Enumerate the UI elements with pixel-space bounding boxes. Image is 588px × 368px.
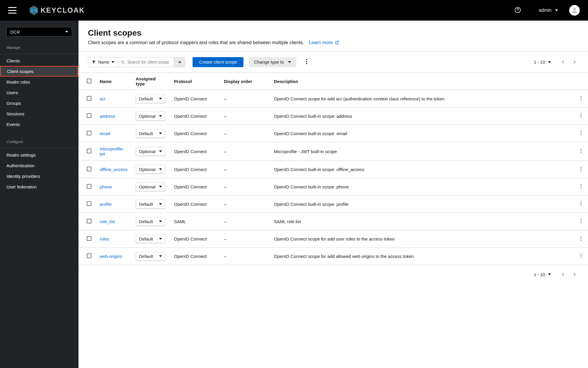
sidebar-item-users[interactable]: Users bbox=[0, 87, 78, 98]
assigned-type-select[interactable]: Default bbox=[136, 252, 165, 261]
chevron-right-icon bbox=[573, 272, 576, 276]
svg-point-7 bbox=[306, 59, 307, 60]
scope-name-link[interactable]: email bbox=[100, 131, 110, 136]
assigned-type-value: Optional bbox=[139, 167, 156, 172]
col-header-type[interactable]: Assigned type bbox=[132, 73, 170, 90]
protocol-value: OpenID Connect bbox=[174, 96, 207, 101]
row-checkbox[interactable] bbox=[87, 131, 91, 135]
svg-point-29 bbox=[580, 203, 581, 204]
assigned-type-select[interactable]: Default bbox=[136, 129, 165, 138]
sidebar-item-realm-roles[interactable]: Realm roles bbox=[0, 77, 78, 87]
pager-prev[interactable] bbox=[559, 58, 567, 66]
row-kebab[interactable] bbox=[574, 230, 588, 248]
col-header-protocol[interactable]: Protocol bbox=[170, 73, 220, 90]
assigned-type-select[interactable]: Default bbox=[136, 234, 165, 243]
row-checkbox[interactable] bbox=[87, 201, 91, 206]
assigned-type-select[interactable]: Default bbox=[136, 200, 165, 208]
sidebar-item-events[interactable]: Events bbox=[0, 119, 78, 130]
sidebar-item-realm-settings[interactable]: Realm settings bbox=[0, 150, 78, 160]
search-input[interactable] bbox=[127, 60, 171, 64]
assigned-type-select[interactable]: Default bbox=[136, 94, 165, 103]
toolbar: Name Create client scope Change type to … bbox=[78, 52, 588, 72]
brand-logo[interactable]: KEYCLOAK bbox=[28, 5, 85, 16]
assigned-type-select[interactable]: Optional bbox=[136, 182, 165, 191]
scope-name-link[interactable]: roles bbox=[100, 236, 109, 241]
chevron-right-icon bbox=[573, 60, 576, 64]
filter-attribute-select[interactable]: Name bbox=[88, 57, 118, 67]
row-checkbox[interactable] bbox=[87, 96, 91, 101]
row-kebab[interactable] bbox=[574, 142, 588, 161]
svg-point-32 bbox=[580, 221, 581, 221]
pager-next[interactable] bbox=[570, 270, 579, 279]
chevron-down-icon[interactable] bbox=[548, 61, 551, 63]
assigned-type-select[interactable]: Optional bbox=[136, 112, 165, 120]
sidebar-item-sessions[interactable]: Sessions bbox=[0, 108, 78, 119]
pager-prev[interactable] bbox=[559, 270, 567, 279]
scope-name-link[interactable]: web-origins bbox=[100, 254, 122, 259]
row-kebab[interactable] bbox=[574, 248, 588, 265]
display-order-value: – bbox=[224, 114, 226, 119]
row-checkbox[interactable] bbox=[87, 149, 91, 153]
chevron-down-icon bbox=[65, 31, 68, 33]
avatar[interactable] bbox=[569, 5, 580, 16]
realm-selector[interactable]: DCR bbox=[6, 27, 72, 37]
sidebar-section-configure: Configure bbox=[0, 138, 78, 147]
table-row: web-origins Default OpenID Connect – Ope… bbox=[78, 248, 588, 265]
row-checkbox[interactable] bbox=[87, 184, 91, 189]
col-header-order[interactable]: Display order bbox=[220, 73, 270, 90]
col-header-description[interactable]: Description bbox=[270, 73, 574, 90]
scope-name-link[interactable]: phone bbox=[100, 184, 112, 189]
assigned-type-select[interactable]: Optional bbox=[136, 147, 165, 156]
hamburger-menu[interactable] bbox=[8, 7, 16, 14]
col-header-name[interactable]: Name bbox=[96, 73, 132, 90]
sidebar-item-authentication[interactable]: Authentication bbox=[0, 160, 78, 171]
row-kebab[interactable] bbox=[574, 90, 588, 107]
row-checkbox[interactable] bbox=[87, 167, 91, 171]
row-kebab[interactable] bbox=[574, 195, 588, 213]
display-order-value: – bbox=[224, 96, 226, 101]
row-kebab[interactable] bbox=[574, 125, 588, 142]
svg-point-6 bbox=[122, 61, 124, 63]
row-checkbox[interactable] bbox=[87, 219, 91, 223]
user-icon bbox=[571, 6, 578, 14]
change-type-button[interactable]: Change type to bbox=[249, 57, 296, 67]
user-menu[interactable]: admin bbox=[539, 5, 580, 16]
scope-name-link[interactable]: address bbox=[100, 114, 115, 119]
assigned-type-select[interactable]: Optional bbox=[136, 165, 165, 174]
row-kebab[interactable] bbox=[574, 161, 588, 178]
sidebar-item-identity-providers[interactable]: Identity providers bbox=[0, 171, 78, 181]
svg-point-25 bbox=[580, 184, 581, 185]
scope-name-link[interactable]: offline_access bbox=[100, 167, 128, 172]
pager-next[interactable] bbox=[570, 58, 579, 66]
assigned-type-select[interactable]: Default bbox=[136, 217, 165, 226]
row-kebab[interactable] bbox=[574, 107, 588, 125]
kebab-icon bbox=[580, 148, 582, 154]
change-type-label: Change type to bbox=[254, 59, 284, 64]
arrow-right-icon bbox=[177, 60, 182, 64]
scope-name-link[interactable]: role_list bbox=[100, 219, 115, 224]
sidebar-item-clients[interactable]: Clients bbox=[0, 55, 78, 66]
help-button[interactable] bbox=[514, 7, 521, 14]
scope-name-link[interactable]: profile bbox=[100, 202, 112, 207]
description-value: SAML role list bbox=[274, 219, 301, 224]
learn-more-link[interactable]: Learn more bbox=[309, 40, 339, 45]
svg-point-8 bbox=[306, 61, 307, 62]
chevron-down-icon[interactable] bbox=[548, 273, 551, 275]
sidebar-item-groups[interactable]: Groups bbox=[0, 98, 78, 108]
row-checkbox[interactable] bbox=[87, 236, 91, 241]
protocol-value: OpenID Connect bbox=[174, 114, 207, 119]
sidebar-item-user-federation[interactable]: User federation bbox=[0, 181, 78, 192]
chevron-down-icon bbox=[159, 255, 162, 257]
sidebar-item-client-scopes[interactable]: Client scopes bbox=[0, 66, 78, 77]
row-checkbox[interactable] bbox=[87, 113, 91, 118]
select-all-checkbox[interactable] bbox=[87, 79, 91, 83]
toolbar-kebab[interactable] bbox=[303, 56, 310, 68]
create-client-scope-button[interactable]: Create client scope bbox=[193, 57, 243, 67]
search-submit[interactable] bbox=[174, 57, 185, 67]
row-checkbox[interactable] bbox=[87, 253, 91, 258]
assigned-type-value: Default bbox=[139, 202, 153, 207]
scope-name-link[interactable]: microprofile-jwt bbox=[100, 146, 124, 156]
row-kebab[interactable] bbox=[574, 178, 588, 195]
row-kebab[interactable] bbox=[574, 213, 588, 230]
scope-name-link[interactable]: acr bbox=[100, 96, 106, 101]
